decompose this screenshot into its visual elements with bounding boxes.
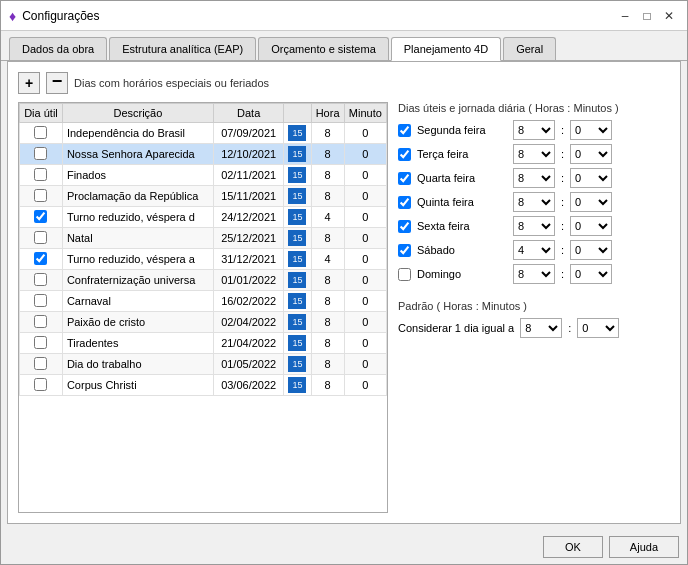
day-minuto-select-3[interactable]: 0 (570, 192, 612, 212)
day-checkbox-2[interactable] (398, 172, 411, 185)
day-hora-select-4[interactable]: 8 (513, 216, 555, 236)
row-checkbox-cell[interactable] (20, 207, 63, 228)
row-hora: 8 (311, 354, 344, 375)
row-cal-btn-cell[interactable]: 15 (284, 207, 311, 228)
row-hora: 8 (311, 144, 344, 165)
row-checkbox[interactable] (34, 294, 47, 307)
calendar-button[interactable]: 15 (288, 188, 306, 204)
row-cal-btn-cell[interactable]: 15 (284, 312, 311, 333)
row-checkbox-cell[interactable] (20, 354, 63, 375)
row-cal-btn-cell[interactable]: 15 (284, 228, 311, 249)
row-cal-btn-cell[interactable]: 15 (284, 375, 311, 396)
calendar-button[interactable]: 15 (288, 272, 306, 288)
tab-eap[interactable]: Estrutura analítica (EAP) (109, 37, 256, 60)
row-cal-btn-cell[interactable]: 15 (284, 249, 311, 270)
day-hora-select-2[interactable]: 8 (513, 168, 555, 188)
close-button[interactable]: ✕ (659, 7, 679, 25)
day-checkbox-1[interactable] (398, 148, 411, 161)
calendar-button[interactable]: 15 (288, 125, 306, 141)
day-checkbox-3[interactable] (398, 196, 411, 209)
row-desc: Carnaval (62, 291, 213, 312)
calendar-button[interactable]: 15 (288, 251, 306, 267)
day-minuto-select-0[interactable]: 0 (570, 120, 612, 140)
padrao-minuto-select[interactable]: 0 (577, 318, 619, 338)
calendar-button[interactable]: 15 (288, 356, 306, 372)
day-hora-select-1[interactable]: 8 (513, 144, 555, 164)
row-checkbox[interactable] (34, 315, 47, 328)
row-cal-btn-cell[interactable]: 15 (284, 354, 311, 375)
day-hora-select-3[interactable]: 8 (513, 192, 555, 212)
day-minuto-select-5[interactable]: 0 (570, 240, 612, 260)
calendar-button[interactable]: 15 (288, 314, 306, 330)
maximize-button[interactable]: □ (637, 7, 657, 25)
padrao-hora-select[interactable]: 8 (520, 318, 562, 338)
row-cal-btn-cell[interactable]: 15 (284, 144, 311, 165)
day-hora-select-5[interactable]: 4 (513, 240, 555, 260)
tab-dados[interactable]: Dados da obra (9, 37, 107, 60)
tab-orcamento[interactable]: Orçamento e sistema (258, 37, 389, 60)
holidays-table-container[interactable]: Dia útil Descrição Data Hora Minuto Inde… (18, 102, 388, 513)
day-minuto-select-4[interactable]: 0 (570, 216, 612, 236)
row-checkbox[interactable] (34, 168, 47, 181)
row-checkbox-cell[interactable] (20, 375, 63, 396)
tab-geral[interactable]: Geral (503, 37, 556, 60)
row-checkbox[interactable] (34, 252, 47, 265)
row-checkbox-cell[interactable] (20, 270, 63, 291)
day-minuto-select-2[interactable]: 0 (570, 168, 612, 188)
ajuda-button[interactable]: Ajuda (609, 536, 679, 558)
row-checkbox-cell[interactable] (20, 123, 63, 144)
row-cal-btn-cell[interactable]: 15 (284, 270, 311, 291)
row-checkbox[interactable] (34, 336, 47, 349)
calendar-button[interactable]: 15 (288, 146, 306, 162)
row-checkbox-cell[interactable] (20, 186, 63, 207)
row-checkbox[interactable] (34, 126, 47, 139)
row-checkbox-cell[interactable] (20, 333, 63, 354)
calendar-button[interactable]: 15 (288, 209, 306, 225)
row-cal-btn-cell[interactable]: 15 (284, 291, 311, 312)
day-checkbox-5[interactable] (398, 244, 411, 257)
ok-button[interactable]: OK (543, 536, 603, 558)
row-date: 01/05/2022 (213, 354, 283, 375)
day-hora-select-0[interactable]: 8 (513, 120, 555, 140)
day-minuto-select-1[interactable]: 0 (570, 144, 612, 164)
add-button[interactable]: + (18, 72, 40, 94)
remove-button[interactable]: − (46, 72, 68, 94)
calendar-button[interactable]: 15 (288, 293, 306, 309)
row-checkbox[interactable] (34, 357, 47, 370)
table-row: Finados 02/11/2021 15 8 0 (20, 165, 387, 186)
row-checkbox-cell[interactable] (20, 249, 63, 270)
day-minuto-select-6[interactable]: 0 (570, 264, 612, 284)
day-hora-select-6[interactable]: 8 (513, 264, 555, 284)
row-checkbox[interactable] (34, 210, 47, 223)
calendar-button[interactable]: 15 (288, 377, 306, 393)
calendar-button[interactable]: 15 (288, 335, 306, 351)
row-cal-btn-cell[interactable]: 15 (284, 333, 311, 354)
day-label: Sexta feira (417, 220, 507, 232)
row-cal-btn-cell[interactable]: 15 (284, 165, 311, 186)
row-minuto: 0 (344, 186, 386, 207)
row-checkbox-cell[interactable] (20, 228, 63, 249)
day-checkbox-4[interactable] (398, 220, 411, 233)
row-checkbox-cell[interactable] (20, 312, 63, 333)
row-checkbox-cell[interactable] (20, 291, 63, 312)
row-checkbox-cell[interactable] (20, 144, 63, 165)
row-checkbox[interactable] (34, 273, 47, 286)
calendar-button[interactable]: 15 (288, 167, 306, 183)
table-row: Tiradentes 21/04/2022 15 8 0 (20, 333, 387, 354)
row-checkbox[interactable] (34, 189, 47, 202)
row-checkbox-cell[interactable] (20, 165, 63, 186)
row-cal-btn-cell[interactable]: 15 (284, 186, 311, 207)
row-minuto: 0 (344, 354, 386, 375)
calendar-button[interactable]: 15 (288, 230, 306, 246)
row-desc: Paixão de cristo (62, 312, 213, 333)
row-checkbox[interactable] (34, 147, 47, 160)
day-checkbox-0[interactable] (398, 124, 411, 137)
row-checkbox[interactable] (34, 231, 47, 244)
minimize-button[interactable]: – (615, 7, 635, 25)
row-cal-btn-cell[interactable]: 15 (284, 123, 311, 144)
row-date: 07/09/2021 (213, 123, 283, 144)
tab-planejamento[interactable]: Planejamento 4D (391, 37, 501, 61)
day-checkbox-6[interactable] (398, 268, 411, 281)
row-checkbox[interactable] (34, 378, 47, 391)
row-minuto: 0 (344, 270, 386, 291)
